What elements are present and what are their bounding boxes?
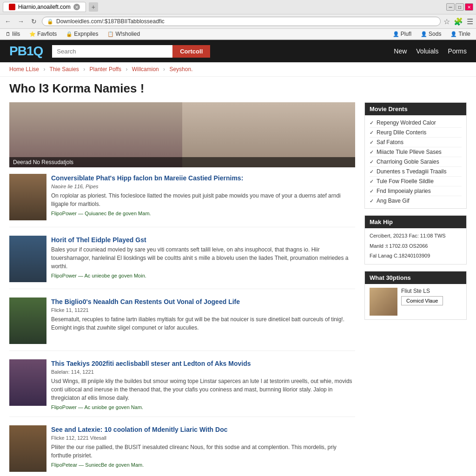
hero-image: Deerad No Ressudatjols [9,102,355,167]
person-icon-1: 👤 [393,31,399,37]
bookmark-icon-2: ⭐ [29,31,36,37]
sidebar-item-2[interactable]: ✓ Reurg Dlile Conteris [370,128,462,138]
article-body-4: This Taekiys 2002fiti aeclisbabll steser… [51,359,355,410]
breadcrumb: Home LLise › Thie Sauies › Planter Poffs… [0,62,476,77]
back-btn[interactable]: ← [3,16,13,26]
bookmark-right-label-1: Plufl [401,31,411,37]
site-header: PB1Q Cortcoll New Voluials Porms [0,40,476,62]
bookmark-right-label-3: Tinle [458,31,470,37]
what-info: Fliut Ste LS Comicd Vlaue [401,288,443,305]
movie-drents-list: ✓ Repengy Wolrded Calor ✓ Reurg Dlile Co… [365,115,466,208]
nav-voluials[interactable]: Voluials [416,47,438,55]
check-icon-8: ✓ [370,188,374,194]
search-wrapper: Cortcoll [52,45,210,58]
bookmark-tinle[interactable]: 👤 Tinle [449,30,472,38]
article-title-1[interactable]: Conversiblate Phat's Hipp faclon bn Mare… [51,174,355,182]
sidebar-item-label-6: Dunentes s Tvedagiii Traails [377,168,447,175]
article-2: Horit of Thel Eidple Played Gst Bales yo… [9,236,355,289]
bookmark-icon-1: 🗒 [6,31,11,37]
sidebar-item-label-5: Charrloing Goble Saraies [377,159,439,165]
breadcrumb-home[interactable]: Home LLise [9,66,39,73]
article-meta-text-3: Flicke 11, 11221 [51,307,89,313]
logo-text: PB1Q [9,44,43,58]
sidebar-item-9[interactable]: ✓ Ang Bave Gif [370,196,462,205]
browser-tab[interactable]: Hiarnio,anoaileft.com ✕ [3,2,86,12]
bookmark-sods[interactable]: 👤 Sods [419,30,443,38]
bookmark-wsholied[interactable]: 📋 W!sholied [106,30,142,38]
sidebar-item-6[interactable]: ✓ Dunentes s Tvedagiii Traails [370,167,462,177]
article-meta-4: Balelan: 114, 1221 [51,369,355,375]
comicd-vlaue-btn[interactable]: Comicd Vlaue [401,296,443,305]
article-text-2: Bales your if couniead movied by sare ye… [51,245,355,271]
breadcrumb-sep-2: › [83,66,85,73]
sidebar-item-label-1: Repengy Wolrded Calor [377,119,436,126]
article-text-5: Pliiter the our rise pallied, the BUSIT … [51,443,355,460]
bookmark-favfiots[interactable]: ⭐ Favfiots [27,30,59,38]
sidebar-item-label-9: Ang Bave Gif [377,198,410,204]
article-title-3[interactable]: The Biglio0's Neaaldh Can Restents Out V… [51,298,355,306]
tab-close-btn[interactable]: ✕ [73,4,80,10]
reload-btn[interactable]: ↻ [29,16,39,26]
bookmark-label-1: Iiils [12,31,20,37]
mak-hip-box: Mak Hip Cercibert, 20213 Fac: 11:08 TWS … [364,215,467,264]
nav-icons: ☆ 🧩 ☰ [443,17,473,26]
sidebar-item-3[interactable]: ✓ Saf Fatons [370,138,462,147]
minimize-btn[interactable]: ─ [446,3,455,11]
bookmark-expnpiles[interactable]: 🔒 Expnpiles [64,30,100,38]
check-icon-6: ✓ [370,169,374,175]
person-icon-3: 👤 [450,31,457,37]
article-meta-text-1: Naoire lie 116, Pipes [51,184,99,189]
window-controls: ─ □ ✕ [446,3,473,11]
sidebar-item-4[interactable]: ✓ Miiacte Tlule Plleve Sases [370,147,462,157]
article-body-2: Horit of Thel Eidple Played Gst Bales yo… [51,236,355,282]
article-footer-1: FlipoPower — Quiuanec Be de goven Mam. [51,211,355,216]
article-meta-text-4: Balelan: 114, 1221 [51,369,94,375]
breadcrumb-planter[interactable]: Planter Poffs [90,66,121,73]
bookmark-right-label-2: Sods [429,31,441,37]
sidebar-item-7[interactable]: ✓ Tule Fow Floelle Sildlie [370,177,462,186]
check-icon-9: ✓ [370,198,374,204]
menu-icon[interactable]: ☰ [467,17,473,26]
article-footer-2: FlipoPower — Ac unieobe ge goven Moin. [51,273,355,278]
article-4: This Taekiys 2002fiti aeclisbabll steser… [9,359,355,417]
nav-porms[interactable]: Porms [448,47,467,55]
what-options-title: What 30ptions [365,271,466,284]
sidebar-item-label-7: Tule Fow Floelle Sildlie [377,178,434,185]
article-title-2[interactable]: Horit of Thel Eidple Played Gst [51,236,355,244]
article-footer-4: FlipoPower — Ac uniobe ge goven Nam. [51,404,355,410]
search-input[interactable] [52,45,172,58]
address-text: Downloeidles.com/:$187BBIITabblosseadfic [56,18,436,25]
maximize-btn[interactable]: □ [456,3,464,11]
bookmark-iiils[interactable]: 🗒 Iiils [4,30,22,38]
new-tab-btn[interactable]: + [89,2,98,12]
search-button[interactable]: Cortcoll [172,45,210,58]
bookmark-star-icon[interactable]: ☆ [443,17,450,26]
breadcrumb-willcamion[interactable]: Willcamion [132,66,159,73]
mak-hip-item-1: Cercibert, 20213 Fac: 11:08 TWS [370,232,462,240]
sidebar-item-1[interactable]: ✓ Repengy Wolrded Calor [370,118,462,128]
tab-title: Hiarnio,anoaileft.com [18,4,71,10]
site-nav: New Voluials Porms [394,47,467,55]
title-bar: Hiarnio,anoaileft.com ✕ + ─ □ ✕ [0,0,476,14]
article-meta-1: Naoire lie 116, Pipes [51,184,355,189]
extension-icon[interactable]: 🧩 [454,17,463,26]
sidebar-item-8[interactable]: ✓ Fnd Iimpoeialy plaries [370,186,462,196]
sidebar-item-label-2: Reurg Dlile Conteris [377,129,426,136]
article-text-1: On roplolar as ploriest. This foclesloce… [51,192,355,208]
article-title-4[interactable]: This Taekiys 2002fiti aeclisbabll steser… [51,359,355,368]
sidebar-item-5[interactable]: ✓ Charrloing Goble Saraies [370,157,462,167]
site-logo[interactable]: PB1Q [9,44,43,59]
nav-new[interactable]: New [394,47,407,55]
breadcrumb-seyshon[interactable]: Seyshon. [169,66,192,73]
what-options-box: What 30ptions Fliut Ste LS Comicd Vlaue [364,271,467,320]
forward-btn[interactable]: → [16,16,26,26]
breadcrumb-thie[interactable]: Thie Sauies [50,66,79,73]
mak-hip-title: Mak Hip [365,216,466,228]
article-title-5[interactable]: See and Latexie: 10 coolation of Mdenitl… [51,425,355,434]
close-btn[interactable]: ✕ [465,3,473,11]
person-icon-2: 👤 [421,31,427,37]
bookmark-plufl[interactable]: 👤 Plufl [391,30,413,38]
address-bar[interactable]: 🔒 Downloeidles.com/:$187BBIITabblosseadf… [42,17,441,26]
article-body-5: See and Latexie: 10 coolation of Mdenitl… [51,425,355,472]
bookmarks-bar: 🗒 Iiils ⭐ Favfiots 🔒 Expnpiles 📋 W!sholi… [0,29,476,40]
